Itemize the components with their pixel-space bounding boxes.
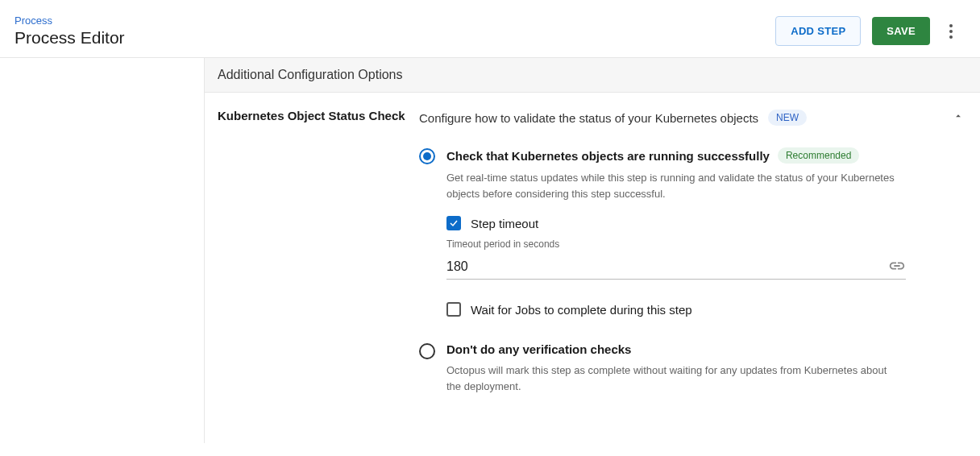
timeout-input[interactable] [446, 256, 880, 279]
option-no-verify: Don't do any verification checks Octopus… [419, 342, 967, 394]
option-check-running: Check that Kubernetes objects are runnin… [419, 147, 967, 317]
new-badge: NEW [768, 110, 807, 126]
main-content: Additional Configuration Options Kuberne… [0, 58, 980, 443]
more-vertical-icon [949, 24, 953, 39]
radio-check-running[interactable] [419, 148, 435, 164]
timeout-hint: Timeout period in seconds [446, 238, 906, 250]
svg-point-0 [949, 24, 953, 27]
config-item-label: Kubernetes Object Status Check [218, 107, 419, 122]
collapse-toggle[interactable] [949, 107, 967, 128]
step-timeout-checkbox[interactable] [446, 216, 461, 230]
bind-variable-button[interactable] [888, 257, 906, 278]
link-icon [888, 257, 906, 275]
radio-icon [419, 343, 435, 359]
option-no-verify-title: Don't do any verification checks [446, 342, 631, 356]
svg-point-2 [949, 35, 953, 39]
radio-icon [419, 148, 435, 164]
step-timeout-label: Step timeout [471, 217, 538, 230]
option-check-running-title: Check that Kubernetes objects are runnin… [446, 149, 770, 163]
wait-jobs-label: Wait for Jobs to complete during this st… [471, 303, 692, 317]
option-no-verify-help: Octopus will mark this step as complete … [446, 363, 898, 394]
svg-point-1 [949, 30, 953, 33]
wait-jobs-checkbox[interactable] [446, 302, 461, 317]
radio-no-verify[interactable] [419, 343, 435, 359]
side-gutter [0, 58, 205, 443]
recommended-badge: Recommended [778, 147, 859, 164]
option-check-running-help: Get real-time status updates while this … [446, 170, 898, 201]
config-item-description: Configure how to validate the status of … [419, 111, 758, 125]
page-title: Process Editor [15, 28, 125, 48]
chevron-up-icon [953, 110, 964, 122]
check-icon [449, 218, 459, 228]
breadcrumb[interactable]: Process [15, 15, 125, 27]
overflow-menu-button[interactable] [941, 22, 961, 41]
page-header: Process Process Editor ADD STEP SAVE [0, 0, 980, 58]
add-step-button[interactable]: ADD STEP [775, 16, 861, 46]
section-header: Additional Configuration Options [205, 58, 980, 93]
save-button[interactable]: SAVE [872, 17, 930, 45]
